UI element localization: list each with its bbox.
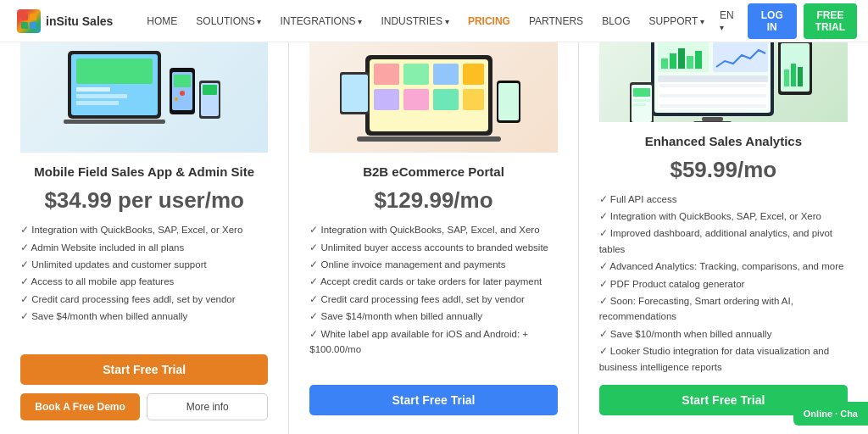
svg-rect-1 xyxy=(30,14,36,20)
free-trial-nav-button[interactable]: FREE TRIAL xyxy=(804,3,857,39)
nav-solutions[interactable]: SOLUTIONS xyxy=(187,10,270,32)
feature-item: Save $4/month when billed annually xyxy=(20,309,268,324)
nav-links: HOME SOLUTIONS INTEGRATIONS INDUSTRIES P… xyxy=(138,10,713,32)
svg-rect-33 xyxy=(498,83,519,120)
svg-rect-45 xyxy=(659,84,766,87)
nav-support[interactable]: SUPPORT xyxy=(641,10,714,32)
feature-item: Access to all mobile app features xyxy=(20,274,268,289)
feature-item: Integration with QuickBooks, SAP, Excel,… xyxy=(599,209,848,224)
svg-rect-40 xyxy=(687,56,693,69)
feature-item: Looker Studio integration for data visua… xyxy=(599,343,848,375)
card-image-mobile xyxy=(20,42,268,153)
nav-partners[interactable]: PARTNERS xyxy=(520,10,592,32)
language-selector[interactable]: EN xyxy=(713,6,741,36)
svg-rect-3 xyxy=(30,22,36,29)
nav-actions: EN LOG IN FREE TRIAL xyxy=(713,3,857,39)
feature-item: Admin Website included in all plans xyxy=(20,240,268,255)
svg-rect-57 xyxy=(633,88,650,97)
card-image-analytics xyxy=(599,42,848,122)
card-title-1: Mobile Field Sales App & Admin Site xyxy=(34,163,254,181)
svg-rect-60 xyxy=(702,117,723,121)
logo[interactable]: inSitu Sales xyxy=(17,9,113,33)
svg-rect-53 xyxy=(791,64,796,86)
login-button[interactable]: LOG IN xyxy=(748,3,797,39)
svg-rect-0 xyxy=(21,14,28,20)
svg-rect-44 xyxy=(658,75,768,82)
svg-rect-17 xyxy=(203,85,217,95)
svg-rect-27 xyxy=(433,89,459,110)
more-info-button[interactable]: More info xyxy=(147,393,268,420)
card-price-1: $34.99 per user/mo xyxy=(44,187,244,214)
book-demo-button[interactable]: Book A Free Demo xyxy=(20,393,140,420)
features-list-3: Full API access Integration with QuickBo… xyxy=(599,192,848,376)
svg-rect-6 xyxy=(76,58,153,84)
chat-bubble[interactable]: Online · Cha xyxy=(793,402,868,426)
nav-home[interactable]: HOME xyxy=(138,10,186,32)
card-b2b-ecommerce: B2B eCommerce Portal $129.99/mo Integrat… xyxy=(289,42,578,434)
logo-text: inSitu Sales xyxy=(46,14,113,28)
feature-item: Save $14/month when billed annually xyxy=(309,309,557,324)
svg-rect-48 xyxy=(659,99,766,103)
svg-rect-18 xyxy=(64,120,165,124)
card-image-bg-3 xyxy=(599,42,848,122)
svg-rect-21 xyxy=(374,64,399,85)
feature-item: PDF Product catalog generator xyxy=(599,276,848,292)
svg-rect-24 xyxy=(463,64,484,85)
svg-rect-39 xyxy=(678,48,685,69)
feature-item: Integration with QuickBooks, SAP, Excel,… xyxy=(309,222,557,237)
nav-pricing[interactable]: PRICING xyxy=(459,10,519,32)
feature-item: Soon: Forecasting, Smart ordering with A… xyxy=(599,293,848,325)
feature-item: Save $10/month when billed annually xyxy=(599,326,848,342)
card-price-2: $129.99/mo xyxy=(374,187,492,214)
card-mobile-field-sales: Mobile Field Sales App & Admin Site $34.… xyxy=(0,42,289,434)
svg-rect-22 xyxy=(403,64,429,85)
svg-rect-49 xyxy=(659,104,766,108)
svg-rect-37 xyxy=(661,58,668,69)
start-trial-button-2[interactable]: Start Free Trial xyxy=(309,385,557,415)
feature-item: Accept credit cards or take orders for l… xyxy=(309,274,557,289)
feature-item: Integration with QuickBooks, SAP, Excel,… xyxy=(20,222,268,237)
card-image-bg-2 xyxy=(309,42,557,153)
svg-rect-61 xyxy=(693,121,732,122)
card-title-3: Enhanced Sales Analytics xyxy=(645,132,802,150)
card-image-bg-1 xyxy=(20,42,268,153)
card-price-3: $59.99/mo xyxy=(670,157,776,183)
card-title-2: B2B eCommerce Portal xyxy=(363,163,504,181)
svg-rect-9 xyxy=(76,101,119,105)
feature-item: Unlimited buyer access accounts to brand… xyxy=(309,240,557,255)
svg-rect-8 xyxy=(76,94,127,98)
pricing-container: Mobile Field Sales App & Admin Site $34.… xyxy=(0,42,868,434)
feature-item: White label app available for iOS and An… xyxy=(309,326,557,358)
logo-icon xyxy=(17,9,41,33)
svg-rect-47 xyxy=(659,94,766,97)
feature-item: Credit card processing fees addl, set by… xyxy=(309,292,557,307)
feature-item: Credit card processing fees addl, set by… xyxy=(20,292,268,307)
start-trial-button-1[interactable]: Start Free Trial xyxy=(20,354,268,385)
features-list-2: Integration with QuickBooks, SAP, Excel,… xyxy=(309,222,557,359)
nav-industries[interactable]: INDUSTRIES xyxy=(372,10,457,32)
svg-point-13 xyxy=(180,91,185,96)
svg-rect-58 xyxy=(633,99,650,102)
features-list-1: Integration with QuickBooks, SAP, Excel,… xyxy=(20,222,268,326)
feature-item: Full API access xyxy=(599,192,848,207)
feature-item: Improved dashboard, additional analytics… xyxy=(599,225,848,257)
svg-rect-2 xyxy=(21,22,28,29)
card-image-b2b xyxy=(309,42,557,153)
svg-rect-41 xyxy=(695,51,702,69)
card-analytics: Enhanced Sales Analytics $59.99/mo Full … xyxy=(579,42,868,434)
nav-blog[interactable]: BLOG xyxy=(593,10,638,32)
svg-rect-26 xyxy=(403,89,429,110)
svg-rect-52 xyxy=(784,70,789,86)
feature-item: Advanced Analytics: Tracking, comparison… xyxy=(599,259,848,274)
bottom-buttons-1: Book A Free Demo More info xyxy=(20,393,268,420)
svg-rect-38 xyxy=(670,53,676,69)
feature-item: Unlimited updates and customer support xyxy=(20,257,268,272)
svg-rect-59 xyxy=(633,103,646,106)
svg-rect-12 xyxy=(174,75,191,87)
feature-item: Online invoice management and payments xyxy=(309,257,557,272)
svg-rect-23 xyxy=(433,64,459,85)
svg-rect-29 xyxy=(357,136,501,142)
navbar: inSitu Sales HOME SOLUTIONS INTEGRATIONS… xyxy=(0,0,868,42)
svg-rect-28 xyxy=(463,89,484,110)
nav-integrations[interactable]: INTEGRATIONS xyxy=(272,10,371,32)
